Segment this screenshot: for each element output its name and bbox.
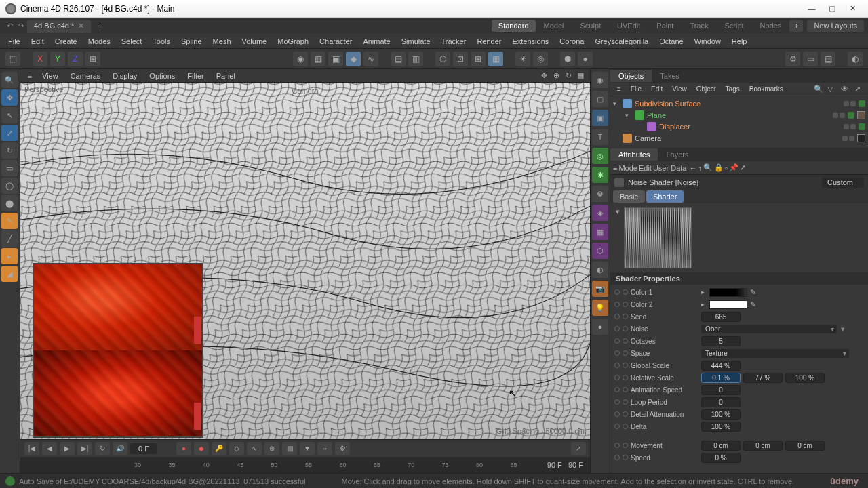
render-view-icon[interactable]: ◉: [293, 52, 308, 66]
relative-scale-y-input[interactable]: 77 %: [743, 373, 783, 383]
anim-dot-icon[interactable]: [614, 350, 620, 356]
timeline-motion-icon[interactable]: ⊕: [264, 442, 279, 455]
tab-attributes[interactable]: Attributes: [610, 148, 658, 161]
select-tool-icon[interactable]: ↖: [1, 107, 18, 123]
movement-x-input[interactable]: 0 cm: [701, 441, 741, 451]
tab-takes[interactable]: Takes: [652, 70, 688, 82]
timeline-keyframe-icon[interactable]: ◇: [229, 442, 244, 455]
maximize-button[interactable]: ▢: [822, 2, 842, 16]
document-tab[interactable]: 4d BG.c4d * ✕: [27, 20, 91, 33]
obj-name[interactable]: Displacer: [659, 123, 841, 131]
attr-menu-userdata[interactable]: User Data: [653, 164, 687, 172]
layout-icon[interactable]: ◐: [848, 52, 863, 66]
quantize-icon[interactable]: ▦: [488, 52, 503, 66]
anim-dot-icon[interactable]: [614, 387, 620, 392]
gear-icon[interactable]: ⚙: [592, 186, 608, 202]
loop-input[interactable]: 0: [701, 397, 741, 407]
timeline-prev-icon[interactable]: ◀: [42, 442, 57, 455]
anim-dot-icon[interactable]: [614, 443, 620, 448]
cube-primitive-icon[interactable]: ▣: [592, 110, 608, 126]
anim-dot-icon[interactable]: [623, 314, 628, 319]
subtab-basic[interactable]: Basic: [613, 190, 645, 203]
viewport-menu-options[interactable]: Options: [144, 70, 180, 81]
timeline-range-icon[interactable]: ↔: [317, 442, 332, 455]
anim-speed-input[interactable]: 0: [701, 385, 741, 395]
render-settings-icon[interactable]: ⚙: [785, 52, 800, 66]
attr-back-icon[interactable]: ←: [689, 164, 696, 172]
octaves-input[interactable]: 5: [701, 336, 741, 346]
obj-row-subdivision[interactable]: ▾ Subdivision Surface: [613, 98, 865, 109]
home-icon[interactable]: ⬚: [5, 52, 20, 66]
camera-obj-icon[interactable]: 📷: [592, 281, 608, 297]
extrude-tool-icon[interactable]: ▸: [1, 248, 18, 264]
detail-input[interactable]: 100 %: [701, 409, 741, 420]
viewport-3d[interactable]: Perspective Camera Grid Spacing : 50000.…: [20, 83, 590, 439]
primitive-icon[interactable]: ◆: [346, 52, 361, 66]
timeline-sound-icon[interactable]: 🔊: [113, 442, 127, 455]
layout-paint[interactable]: Paint: [648, 22, 682, 30]
expand-icon[interactable]: ▾: [625, 112, 632, 119]
coord-system-icon[interactable]: ⊞: [85, 52, 100, 66]
attr-lock-icon[interactable]: 🔒: [714, 163, 724, 172]
anim-dot-icon[interactable]: [623, 350, 628, 356]
anim-dot-icon[interactable]: [623, 443, 628, 448]
anim-dot-icon[interactable]: [623, 424, 628, 429]
light-obj-icon[interactable]: 💡: [592, 300, 608, 316]
menu-mesh[interactable]: Mesh: [208, 35, 237, 47]
edge-tool-icon[interactable]: ╱: [1, 230, 18, 247]
menu-select[interactable]: Select: [116, 35, 148, 47]
color-picker-icon[interactable]: ✎: [750, 300, 761, 309]
anim-dot-icon[interactable]: [614, 455, 620, 460]
attr-search-icon[interactable]: 🔍: [703, 163, 713, 172]
reference-image-panel[interactable]: [33, 263, 203, 438]
obj-hamburger-icon[interactable]: ≡: [613, 84, 625, 94]
tag-icon[interactable]: ⬢: [560, 52, 575, 66]
lasso-tool-icon[interactable]: ◯: [1, 178, 18, 194]
attr-new-icon[interactable]: ▫: [725, 164, 728, 172]
anim-dot-icon[interactable]: [614, 424, 620, 429]
deformer-icon[interactable]: ▥: [408, 52, 423, 66]
add-layout-button[interactable]: +: [789, 20, 803, 32]
obj-search-icon[interactable]: 🔍: [814, 85, 823, 94]
expand-icon[interactable]: ▸: [701, 289, 707, 296]
menu-octane[interactable]: Octane: [654, 35, 688, 47]
menu-tools[interactable]: Tools: [147, 35, 176, 47]
timeline-loop-icon[interactable]: ↻: [95, 442, 110, 455]
cloner-icon[interactable]: ⬡: [592, 243, 608, 259]
axis-x-toggle[interactable]: X: [33, 52, 47, 66]
custom-dropdown[interactable]: Custom: [822, 177, 864, 188]
obj-name[interactable]: Camera: [635, 134, 840, 142]
layout-standard[interactable]: Standard: [492, 20, 536, 32]
anim-dot-icon[interactable]: [623, 338, 628, 344]
anim-dot-icon[interactable]: [614, 338, 620, 344]
timeline-play-icon[interactable]: ▶: [60, 442, 75, 455]
obj-filter-icon[interactable]: ▽: [827, 85, 837, 94]
volume-icon[interactable]: ◐: [592, 262, 608, 278]
obj-row-camera[interactable]: Camera: [613, 132, 865, 144]
anim-dot-icon[interactable]: [614, 289, 620, 295]
obj-eye-icon[interactable]: 👁: [841, 85, 850, 94]
anim-dot-icon[interactable]: [614, 363, 620, 368]
bevel-tool-icon[interactable]: ◢: [1, 266, 18, 282]
anim-dot-icon[interactable]: [623, 363, 628, 368]
menu-mograph[interactable]: MoGraph: [272, 35, 314, 47]
global-scale-input[interactable]: 444 %: [701, 361, 741, 371]
material-icon[interactable]: ●: [578, 52, 593, 66]
viewport-layout-icon[interactable]: ▦: [575, 70, 586, 81]
light-icon[interactable]: ☀: [515, 52, 530, 66]
layout-sculpt[interactable]: Sculpt: [572, 22, 609, 30]
timeline-current-frame[interactable]: 0 F: [130, 443, 157, 454]
subtab-shader[interactable]: Shader: [646, 190, 684, 203]
visibility-check-icon[interactable]: [848, 112, 854, 119]
anim-dot-icon[interactable]: [623, 399, 628, 405]
timeline-ruler[interactable]: 30 35 40 45 50 55 60 65 70 75 80 85 90 F…: [20, 457, 590, 473]
menu-volume[interactable]: Volume: [237, 35, 273, 47]
viewport-menu-cameras[interactable]: Cameras: [65, 70, 106, 81]
knife-tool-icon[interactable]: ✎: [1, 213, 18, 229]
menu-extensions[interactable]: Extensions: [507, 35, 554, 47]
brush-tool-icon[interactable]: ⬤: [1, 195, 18, 211]
menu-render[interactable]: Render: [471, 35, 507, 47]
seed-input[interactable]: 665: [701, 312, 741, 322]
generator-tool-icon[interactable]: ▦: [592, 224, 608, 240]
obj-menu-file[interactable]: File: [627, 84, 646, 94]
